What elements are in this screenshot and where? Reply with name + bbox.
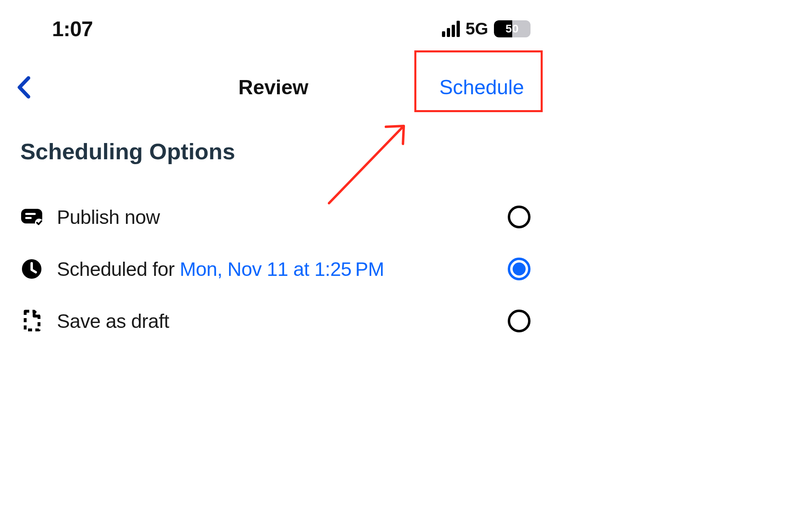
svg-rect-2 xyxy=(25,213,36,215)
option-save-draft-label: Save as draft xyxy=(57,310,494,332)
publish-now-icon xyxy=(20,206,43,228)
cellular-signal-icon xyxy=(442,21,460,37)
page-title: Review xyxy=(238,76,308,99)
radio-scheduled[interactable] xyxy=(508,258,531,280)
nav-bar: Review Schedule xyxy=(0,65,547,110)
scheduling-options-list: Publish now Scheduled for Mon, Nov 11 at… xyxy=(20,191,531,347)
option-scheduled-prefix: Scheduled for xyxy=(57,258,180,280)
schedule-button[interactable]: Schedule xyxy=(433,72,531,102)
option-publish-now-label: Publish now xyxy=(57,206,494,228)
option-scheduled[interactable]: Scheduled for Mon, Nov 11 at 1:25 PM xyxy=(20,243,531,295)
back-button[interactable] xyxy=(16,76,41,99)
svg-rect-3 xyxy=(25,217,32,219)
status-bar: 1:07 5G 50 xyxy=(0,15,547,43)
status-indicators: 5G 50 xyxy=(442,19,531,39)
draft-file-icon xyxy=(20,310,43,332)
screen: 1:07 5G 50 Review Schedule Scheduling xyxy=(0,0,547,366)
status-time: 1:07 xyxy=(52,17,93,41)
radio-save-draft[interactable] xyxy=(508,310,531,332)
radio-publish-now[interactable] xyxy=(508,206,531,228)
option-save-draft[interactable]: Save as draft xyxy=(20,295,531,347)
section-heading: Scheduling Options xyxy=(20,138,235,165)
network-type: 5G xyxy=(466,19,488,39)
option-publish-now[interactable]: Publish now xyxy=(20,191,531,243)
scheduled-datetime[interactable]: Mon, Nov 11 at 1:25 PM xyxy=(180,258,384,280)
chevron-left-icon xyxy=(16,76,31,99)
battery-percent: 50 xyxy=(494,20,531,37)
option-scheduled-label: Scheduled for Mon, Nov 11 at 1:25 PM xyxy=(57,258,494,280)
clock-icon xyxy=(20,258,43,280)
battery-indicator: 50 xyxy=(494,20,531,37)
